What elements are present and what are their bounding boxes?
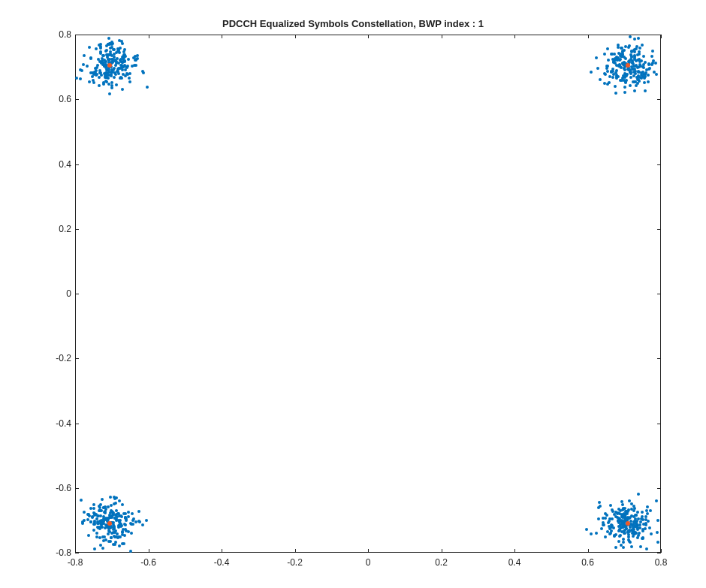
data-point [650,55,653,58]
data-point [110,84,113,87]
y-tickmark [75,35,79,35]
x-tick-label: 0 [349,557,387,568]
data-point [617,46,620,49]
data-point [605,67,608,70]
data-point [101,535,104,538]
data-point [86,65,89,68]
data-point [611,510,614,513]
data-point [630,502,633,505]
data-point [638,58,641,61]
data-point [628,499,631,502]
data-point [622,546,625,549]
data-point [121,68,124,71]
data-point [620,53,623,56]
data-point [122,65,125,68]
data-point [610,71,613,74]
data-point [107,43,110,46]
y-tick-label: 0.8 [34,29,71,40]
data-point [595,56,598,59]
data-point [109,540,112,543]
data-point [606,70,609,73]
data-point [617,540,620,543]
data-point [88,46,91,49]
data-point [644,523,647,526]
figure-window: PDCCH Equalized Symbols Constellation, B… [0,0,706,588]
data-point [124,523,127,526]
data-point [91,75,94,78]
data-point [641,529,644,532]
data-point [110,46,113,49]
data-point [599,505,602,508]
x-tickmark-top [514,35,515,38]
data-point [630,55,633,58]
data-point [609,504,612,507]
data-point [613,535,616,538]
data-point [618,512,621,515]
data-point [107,37,110,40]
y-tickmark [75,553,79,553]
data-point [648,526,651,529]
data-point [81,520,84,523]
data-point [117,48,120,51]
data-point [633,38,636,41]
data-point [113,48,116,51]
data-point [98,69,101,72]
data-point [104,65,107,68]
data-point [101,522,104,525]
data-point [108,92,111,95]
data-point [95,532,98,535]
data-point [599,78,602,81]
y-tickmark-right [657,35,661,35]
data-point [637,493,640,496]
y-tickmark-right [657,294,661,294]
data-point [637,534,640,537]
data-point [629,35,632,38]
data-point [604,535,607,538]
data-point [89,520,92,523]
data-point [106,68,109,71]
axes[interactable] [75,35,661,553]
data-point [633,89,636,92]
data-point [641,44,644,47]
data-point [117,62,120,65]
data-point [119,76,122,79]
x-tickmark-top [588,35,589,38]
data-point [623,532,626,535]
data-point [107,532,110,535]
data-point [596,67,599,70]
reference-point [626,63,630,68]
data-point [641,75,644,78]
data-point [129,550,132,553]
x-tickmark-top [368,35,369,38]
data-point [115,83,118,86]
x-tick-label: -0.4 [203,557,240,568]
data-point [635,514,638,517]
data-point [629,71,632,74]
data-point [101,59,104,62]
data-point [647,74,650,77]
data-point [93,547,96,550]
data-point [600,527,603,530]
data-point [614,511,617,514]
data-point [75,77,78,80]
x-tickmark-top [661,35,662,38]
y-tick-label: -0.4 [34,418,71,429]
data-point [125,66,128,69]
data-point [638,526,641,529]
data-point [113,497,116,500]
data-point [113,59,116,62]
x-tick-label: 0.6 [569,557,607,568]
data-point [101,547,104,550]
data-point [92,529,95,532]
data-point [655,499,658,502]
data-point [619,509,622,512]
data-point [647,520,650,523]
data-point [104,80,107,83]
data-point [656,541,659,544]
data-point [114,73,117,76]
data-point [646,505,649,508]
data-point [83,511,86,514]
x-tickmark [222,549,222,553]
data-point [631,524,634,527]
data-point [120,40,123,43]
